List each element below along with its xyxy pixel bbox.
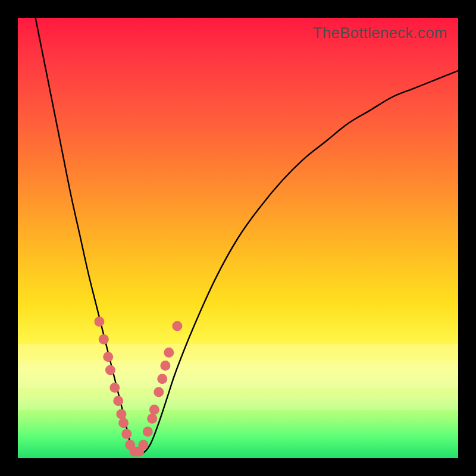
data-marker <box>154 387 164 397</box>
watermark-text: TheBottleneck.com <box>313 24 447 42</box>
marker-group <box>94 317 182 456</box>
data-marker <box>94 317 104 327</box>
data-marker <box>143 427 153 437</box>
data-marker <box>147 414 157 424</box>
data-marker <box>109 383 120 393</box>
data-marker <box>157 374 167 384</box>
data-marker <box>172 321 182 331</box>
data-marker <box>99 334 109 345</box>
data-marker <box>116 409 126 419</box>
data-marker <box>105 365 115 375</box>
data-marker <box>160 361 170 371</box>
chart-svg <box>18 18 458 458</box>
data-marker <box>121 429 131 439</box>
data-marker <box>103 352 113 362</box>
chart-frame: TheBottleneck.com <box>0 0 476 476</box>
data-marker <box>149 405 159 415</box>
data-marker <box>113 396 123 406</box>
data-marker <box>138 440 148 450</box>
data-marker <box>118 418 129 428</box>
bottleneck-curve <box>36 18 458 455</box>
data-marker <box>164 347 174 358</box>
